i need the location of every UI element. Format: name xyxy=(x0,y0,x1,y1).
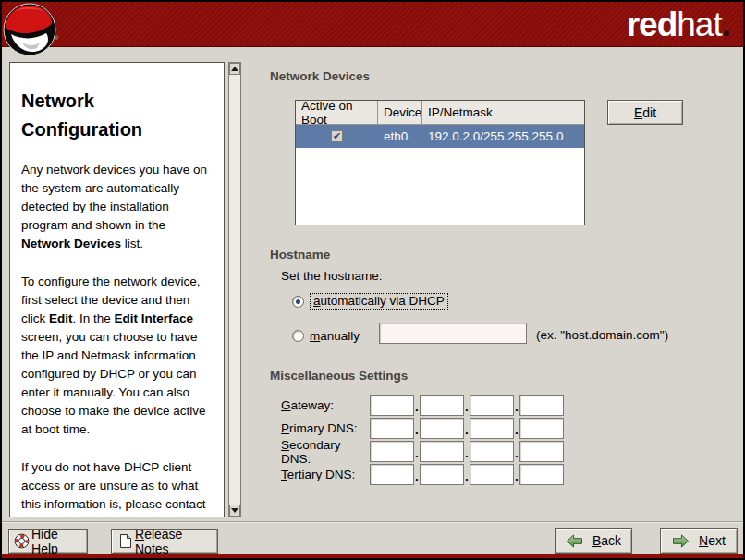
primary-dns-octet-4[interactable] xyxy=(519,418,564,439)
installer-window: redhat. ® Network Configuration Any netw… xyxy=(0,0,745,560)
banner: redhat. xyxy=(2,2,743,47)
edit-button[interactable]: Edit xyxy=(607,100,683,125)
gateway-octet-3[interactable] xyxy=(470,395,514,416)
auto-dhcp-label[interactable]: automatically via DHCP xyxy=(310,293,448,310)
ip-netmask-cell: 192.0.2.0/255.255.255.0 xyxy=(422,125,584,148)
tertiary-dns-label: Tertiary DNS: xyxy=(281,468,370,481)
back-label: Back xyxy=(592,533,621,548)
wordmark-bold: red xyxy=(627,6,678,43)
hostname-auto-radio-row[interactable]: automatically via DHCP xyxy=(292,292,448,310)
help-p2-bold-edit-interface: Edit Interface xyxy=(115,311,194,325)
help-paragraph-3: If you do not have DHCP client access or… xyxy=(21,458,214,517)
release-notes-button[interactable]: Release Notes xyxy=(111,529,218,554)
secondary-dns-octet-2[interactable] xyxy=(420,441,464,462)
next-mnemonic: N xyxy=(699,533,708,548)
auto-mnemonic: a xyxy=(313,294,321,308)
edit-label: dit xyxy=(642,105,656,120)
primary-dns-row: Primary DNS: ... xyxy=(281,417,564,440)
tertiary-dns-octet-4[interactable] xyxy=(519,464,564,485)
next-arrow-icon xyxy=(672,534,690,548)
network-devices-heading: Network Devices xyxy=(270,69,370,83)
edit-mnemonic: E xyxy=(634,105,642,120)
help-panel: Network Configuration Any network device… xyxy=(9,62,225,517)
gateway-row: Gateway: ... xyxy=(281,394,564,417)
next-button[interactable]: Next xyxy=(660,528,738,554)
wordmark-period: . xyxy=(722,6,730,43)
secondary-dns-row: Secondary DNS: ... xyxy=(281,440,564,463)
back-button[interactable]: Back xyxy=(555,528,632,554)
set-hostname-label: Set the hostname: xyxy=(281,269,383,283)
help-p1-text: Any network devices you have on the syst… xyxy=(21,163,207,232)
tertiary-dns-row: Tertiary DNS: ... xyxy=(281,463,564,486)
help-scrollbar[interactable] xyxy=(228,62,241,517)
hostname-heading: Hostname xyxy=(270,248,330,262)
tertiary-dns-octet-2[interactable] xyxy=(420,464,464,485)
secondary-dns-label: Secondary DNS: xyxy=(281,438,370,466)
primary-dns-label-rest: rimary DNS: xyxy=(289,421,358,435)
secondary-dns-octet-4[interactable] xyxy=(519,441,564,462)
redhat-wordmark: redhat. xyxy=(627,5,730,45)
hide-help-label: Hide Help xyxy=(31,527,87,556)
table-header-row: Active on Boot Device IP/Netmask xyxy=(296,101,584,125)
gateway-octet-2[interactable] xyxy=(420,395,464,416)
gateway-mnemonic: G xyxy=(281,398,291,412)
misc-settings-heading: Miscellaneous Settings xyxy=(270,369,408,383)
manual-mnemonic: m xyxy=(310,329,320,343)
secondary-dns-octet-1[interactable] xyxy=(370,441,414,462)
release-notes-label: Release Notes xyxy=(135,527,217,556)
primary-dns-mnemonic: P xyxy=(281,421,289,435)
back-mnemonic: B xyxy=(592,533,601,548)
primary-dns-label: Primary DNS: xyxy=(281,421,370,435)
bottom-red-strip xyxy=(2,554,743,558)
hide-help-pre: Hide xyxy=(31,527,58,542)
tertiary-dns-octet-1[interactable] xyxy=(370,464,414,485)
secondary-dns-octet-3[interactable] xyxy=(470,441,514,462)
scroll-down-icon xyxy=(231,508,238,513)
scroll-down-button[interactable] xyxy=(229,505,240,517)
hostname-input[interactable] xyxy=(379,323,527,344)
release-notes-mnemonic: R xyxy=(135,527,144,542)
tertiary-dns-label-rest: ertiary DNS: xyxy=(287,468,356,481)
scroll-up-icon xyxy=(231,67,238,71)
table-row-eth0[interactable]: ✔ eth0 192.0.2.0/255.255.255.0 xyxy=(296,125,584,148)
life-preserver-icon xyxy=(14,533,30,549)
primary-dns-octet-3[interactable] xyxy=(470,418,514,439)
active-on-boot-cell: ✔ xyxy=(296,125,378,148)
scroll-up-button[interactable] xyxy=(229,63,240,75)
secondary-dns-label-rest: econdary DNS: xyxy=(281,438,341,466)
hide-help-button[interactable]: Hide Help xyxy=(8,529,88,554)
manual-label-rest: anually xyxy=(320,329,360,343)
gateway-octet-4[interactable] xyxy=(519,395,564,416)
help-title: Network Configuration xyxy=(21,87,214,144)
next-rest: ext xyxy=(708,533,726,548)
manual-radio[interactable] xyxy=(292,330,304,342)
secondary-dns-mnemonic: S xyxy=(281,438,289,452)
auto-dhcp-radio[interactable] xyxy=(292,296,304,308)
help-p2-mid: . In the xyxy=(73,311,115,325)
footer-separator xyxy=(2,521,743,523)
next-label: Next xyxy=(699,533,726,548)
primary-dns-octet-2[interactable] xyxy=(420,418,464,439)
tertiary-dns-mnemonic: T xyxy=(281,468,287,481)
help-paragraph-2: To configure the network device, first s… xyxy=(21,273,214,439)
help-p2-tail: screen, you can choose to have the IP an… xyxy=(21,330,206,436)
active-on-boot-checkbox[interactable]: ✔ xyxy=(331,130,343,142)
auto-label-rest: utomatically via DHCP xyxy=(321,294,445,308)
hostname-example: (ex. "host.domain.com") xyxy=(536,328,668,342)
manual-label[interactable]: manually xyxy=(310,329,360,343)
hostname-manual-radio-row[interactable]: manually xyxy=(292,326,360,345)
header-ip-netmask: IP/Netmask xyxy=(422,101,584,124)
gateway-octet-1[interactable] xyxy=(370,395,414,416)
wordmark-light: hat xyxy=(677,6,721,43)
misc-settings-rows: Gateway: ... Primary DNS: ... Secondary … xyxy=(281,394,564,486)
help-paragraph-1: Any network devices you have on the syst… xyxy=(21,161,214,253)
header-active-on-boot: Active on Boot xyxy=(296,101,378,124)
document-icon xyxy=(117,533,133,549)
tertiary-dns-octet-3[interactable] xyxy=(470,464,514,485)
back-arrow-icon xyxy=(566,534,583,548)
back-rest: ack xyxy=(601,533,621,548)
primary-dns-octet-1[interactable] xyxy=(370,418,414,439)
help-p1-bold: Network Devices xyxy=(21,237,121,250)
device-cell: eth0 xyxy=(378,125,422,148)
header-device: Device xyxy=(378,101,422,124)
